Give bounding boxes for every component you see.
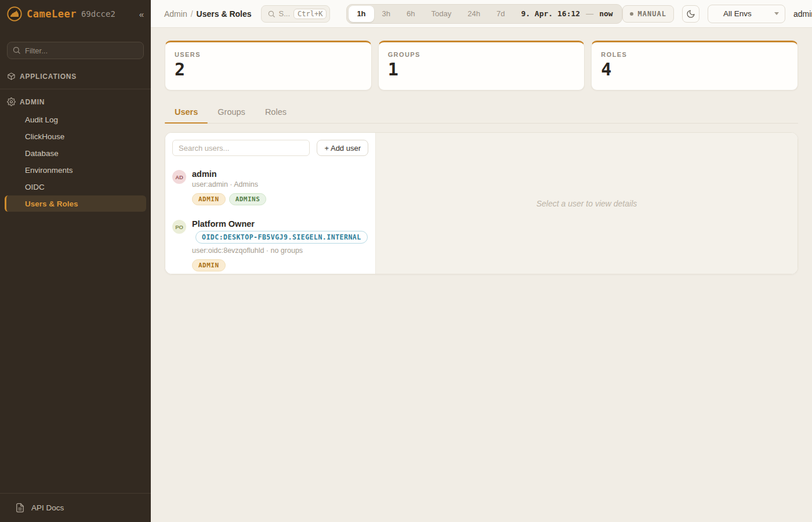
users-panel: + Add user AD admin user:admin · Admins … [165,132,798,274]
topbar: Admin / Users & Roles S... Ctrl+K 1h 3h … [151,0,812,28]
time-to[interactable]: now [593,9,619,18]
environment-select[interactable]: All Envs [708,5,785,23]
api-docs-label: API Docs [31,503,64,512]
role-badge: ADMIN [192,259,226,271]
chevron-down-icon [774,12,779,15]
sidebar-section-applications[interactable]: APPLICATIONS [0,68,151,84]
gear-icon [7,97,16,106]
stat-value: 2 [175,61,362,78]
sidebar-item-users-roles[interactable]: Users & Roles [5,195,146,212]
time-range-group: 1h 3h 6h Today 24h 7d 9. Apr. 16:12 — no… [346,4,622,24]
user-meta: user:oidc:8evzqofluhld · no groups [192,246,368,255]
tab-roles[interactable]: Roles [255,104,296,123]
empty-state-text: Select a user to view details [536,199,637,208]
user-meta: user:admin · Admins [192,180,266,188]
sidebar-divider [0,89,151,89]
time-range-1h[interactable]: 1h [349,6,374,22]
sidebar-item-environments[interactable]: Environments [5,162,146,178]
avatar: PO [172,220,186,234]
role-badge: ADMIN [192,193,226,205]
badge-row: ADMIN ADMINS [192,193,266,205]
stat-label: GROUPS [388,51,575,58]
stat-value: 4 [601,61,788,78]
sidebar-footer: API Docs [0,493,151,522]
topbar-right-cluster: MANUAL All Envs admin AD [622,5,812,23]
sidebar-section-admin[interactable]: ADMIN [0,94,151,110]
search-icon [267,10,276,18]
mode-label: MANUAL [638,10,666,18]
stat-label: ROLES [601,51,788,58]
breadcrumb-admin[interactable]: Admin [164,9,187,19]
time-range-today[interactable]: Today [423,6,460,22]
sidebar-item-oidc[interactable]: OIDC [5,179,146,195]
sidebar-nav: Audit Log ClickHouse Database Environmen… [0,111,151,212]
sidebar-header: CameLeer 69dcce2 « [0,0,151,28]
document-icon [15,503,25,513]
stats-row: USERS 2 GROUPS 1 ROLES 4 [165,41,798,90]
refresh-mode-badge[interactable]: MANUAL [622,5,674,23]
theme-toggle-button[interactable] [682,5,699,23]
oidc-identity-badge: OIDC:DESKTOP-FB5VGJ9.SIEGELN.INTERNAL [195,231,368,244]
time-from[interactable]: 9. Apr. 16:12 [513,9,586,18]
stat-card-roles: ROLES 4 [591,41,798,90]
section-label: ADMIN [20,98,45,106]
tab-groups[interactable]: Groups [208,104,255,123]
sidebar-item-audit-log[interactable]: Audit Log [5,111,146,128]
build-hash: 69dcce2 [81,9,115,19]
camel-logo-icon [7,6,22,21]
breadcrumb-separator: / [191,9,193,19]
environment-select-value: All Envs [723,9,752,18]
sidebar-filter-input[interactable] [7,42,144,59]
user-detail-panel: Select a user to view details [376,133,798,274]
group-badge: ADMINS [229,193,267,205]
stat-value: 1 [388,61,575,78]
badge-row: ADMIN [192,259,368,271]
app-title: CameLeer [27,8,77,20]
avatar: AD [172,170,186,184]
current-username[interactable]: admin [793,9,812,19]
breadcrumb: Admin / Users & Roles [164,9,252,19]
user-row-platform-owner[interactable]: PO Platform Owner OIDC:DESKTOP-FB5VGJ9.S… [165,213,375,274]
user-name: admin [192,169,266,179]
search-icon [12,46,21,55]
sidebar-item-clickhouse[interactable]: ClickHouse [5,128,146,144]
section-label: APPLICATIONS [20,72,77,81]
global-search-button[interactable]: S... Ctrl+K [261,5,331,23]
user-list-column: + Add user AD admin user:admin · Admins … [165,133,376,274]
user-row-admin[interactable]: AD admin user:admin · Admins ADMIN ADMIN… [165,163,375,213]
package-icon [7,72,16,81]
sidebar-filter [7,42,144,59]
user-row-body: admin user:admin · Admins ADMIN ADMINS [192,169,266,205]
app-root: CameLeer 69dcce2 « APPLICATIONS ADMIN [0,0,812,522]
stat-card-groups: GROUPS 1 [378,41,585,90]
sidebar-item-database[interactable]: Database [5,145,146,161]
stat-card-users: USERS 2 [165,41,372,90]
breadcrumb-current: Users & Roles [197,9,252,19]
search-shortcut-kbd: Ctrl+K [293,9,327,19]
status-dot-icon [630,12,633,16]
time-range-24h[interactable]: 24h [459,6,488,22]
tab-bar: Users Groups Roles [165,104,798,124]
time-range-6h[interactable]: 6h [398,6,423,22]
search-users-input[interactable] [172,140,310,156]
page-content: USERS 2 GROUPS 1 ROLES 4 Users Groups Ro… [151,28,812,522]
time-separator: — [586,9,593,18]
stat-label: USERS [175,51,362,58]
user-name: Platform Owner [192,219,368,229]
sidebar: CameLeer 69dcce2 « APPLICATIONS ADMIN [0,0,151,522]
user-list-toolbar: + Add user [165,133,375,163]
api-docs-link[interactable]: API Docs [0,494,151,522]
main-area: Admin / Users & Roles S... Ctrl+K 1h 3h … [151,0,812,522]
time-range-7d[interactable]: 7d [488,6,513,22]
time-range-3h[interactable]: 3h [374,6,398,22]
moon-icon [686,9,695,19]
user-row-body: Platform Owner OIDC:DESKTOP-FB5VGJ9.SIEG… [192,219,368,271]
search-placeholder: S... [279,9,291,18]
sidebar-collapse-icon[interactable]: « [139,10,144,19]
add-user-button[interactable]: + Add user [317,140,368,156]
tab-users[interactable]: Users [165,104,208,123]
